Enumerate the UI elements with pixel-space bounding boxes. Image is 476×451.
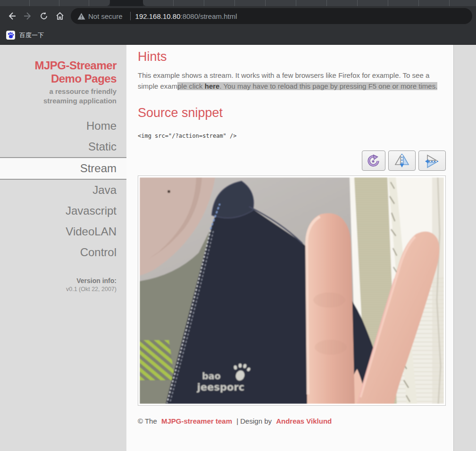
sidebar-item-java[interactable]: Java: [0, 180, 126, 200]
url-host[interactable]: 192.168.10.80: [135, 12, 181, 20]
mjpg-streamer-page: MJPG-Streamer Demo Pages a ressource fri…: [0, 45, 476, 451]
flip-vertical-button[interactable]: [418, 150, 446, 171]
jacket-logo-line1: bao: [202, 371, 220, 381]
source-code: <img src="/?action=stream" />: [138, 133, 446, 139]
back-icon: [7, 11, 17, 21]
hints-paragraph: This example shows a stream. It works wi…: [138, 70, 447, 92]
active-tab[interactable]: [110, 0, 143, 6]
sidebar-nav: Home Static Stream Java Javascript Video…: [0, 116, 126, 263]
mjpg-team-link[interactable]: MJPG-streamer team: [161, 417, 232, 425]
omnibox-separator: [130, 12, 131, 20]
forward-icon: [23, 11, 33, 21]
site-title: MJPG-Streamer Demo Pages: [0, 59, 126, 85]
andreas-viklund-link[interactable]: Andreas Viklund: [276, 417, 332, 425]
tab-strip[interactable]: [0, 0, 476, 6]
selected-text: . You may have to reload this page by pr…: [219, 82, 437, 90]
stream-controls: [138, 150, 446, 171]
rotate-button[interactable]: [362, 150, 385, 171]
bookmarks-bar: 百度一下: [0, 26, 476, 45]
home-button[interactable]: [52, 8, 68, 24]
reload-icon: [39, 11, 49, 21]
flip-horizontal-icon: [394, 153, 410, 168]
sidebar-item-control[interactable]: Control: [0, 242, 126, 263]
sidebar-item-stream[interactable]: Stream: [0, 157, 126, 180]
browser-tabs[interactable]: [143, 0, 476, 6]
footer-text: © The: [138, 417, 157, 425]
sidebar-item-home[interactable]: Home: [0, 116, 126, 136]
baidu-favicon: [6, 31, 15, 40]
url-path[interactable]: :8080/stream.html: [180, 12, 237, 20]
hints-heading: Hints: [138, 50, 446, 64]
flip-horizontal-button[interactable]: [388, 150, 416, 171]
home-icon: [55, 11, 65, 21]
address-bar[interactable]: Not secure 192.168.10.80:8080/stream.htm…: [71, 8, 472, 24]
reload-button[interactable]: [36, 8, 52, 24]
neck-mole: [167, 190, 170, 193]
stream-image-frame: bao jeesporc: [138, 175, 446, 406]
jacket-logo-line2: jeesporc: [197, 382, 244, 393]
flip-vertical-icon: [424, 153, 440, 168]
forward-button[interactable]: [20, 8, 36, 24]
webcam-stream-image: bao jeesporc: [140, 177, 444, 404]
index-finger: [306, 213, 355, 404]
page-footer: © The MJPG-streamer team | Design by And…: [138, 417, 446, 425]
source-snippet-heading: Source snippet: [138, 106, 446, 120]
tshirt-green-stripes: [140, 340, 175, 380]
sidebar-item-videolan[interactable]: VideoLAN: [0, 221, 126, 242]
site-subtitle: a ressource friendly streaming applicati…: [0, 87, 126, 106]
baidu-paw-icon: [7, 32, 14, 39]
bookmark-baidu[interactable]: 百度一下: [19, 31, 44, 40]
footer-text: | Design by: [236, 417, 272, 425]
security-label: Not secure: [88, 12, 123, 20]
page-background-gutter: [454, 45, 476, 451]
rotate-icon: [367, 154, 381, 168]
browser-toolbar: Not secure 192.168.10.80:8080/stream.htm…: [0, 6, 476, 26]
back-button[interactable]: [4, 8, 20, 24]
not-secure-warning-icon: [77, 13, 85, 20]
browser-tabs[interactable]: [0, 0, 110, 6]
sidebar: MJPG-Streamer Demo Pages a ressource fri…: [0, 45, 126, 451]
selected-text: ple click: [177, 82, 205, 90]
browser-chrome: Not secure 192.168.10.80:8080/stream.htm…: [0, 0, 476, 45]
version-info: Version info: v0.1 (Okt 22, 2007): [0, 277, 126, 292]
sidebar-item-static[interactable]: Static: [0, 136, 126, 157]
here-link[interactable]: here: [205, 82, 220, 90]
sidebar-item-javascript[interactable]: Javascript: [0, 200, 126, 221]
main-content: Hints This example shows a stream. It wo…: [126, 45, 454, 451]
